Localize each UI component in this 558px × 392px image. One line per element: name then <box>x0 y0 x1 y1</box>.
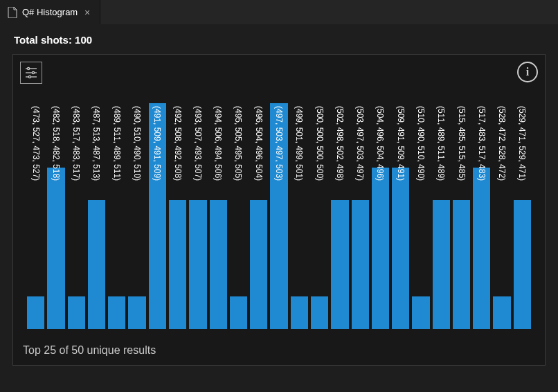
bar-fill <box>412 296 429 329</box>
bar-fill <box>47 168 64 329</box>
histogram-bar[interactable]: (483, 517, 483, 517) <box>68 103 85 329</box>
bar-label: (487, 513, 487, 513) <box>92 106 100 181</box>
histogram-bar[interactable]: (510, 490, 510, 490) <box>412 103 429 329</box>
status-line: Total shots: 100 <box>0 24 558 51</box>
histogram-bar[interactable]: (495, 505, 495, 505) <box>230 103 247 329</box>
bar-label: (473, 527, 473, 527) <box>32 106 40 181</box>
panel-toolbar: i <box>20 62 538 84</box>
histogram-bar[interactable]: (493, 507, 493, 507) <box>189 103 206 329</box>
histogram-bar[interactable]: (473, 527, 473, 527) <box>27 103 44 329</box>
histogram-bar[interactable]: (482, 518, 482, 518) <box>47 103 64 329</box>
bar-fill <box>473 168 490 329</box>
bar-fill <box>453 200 470 329</box>
info-icon: i <box>526 66 529 78</box>
histogram-bar[interactable]: (528, 472, 528, 472) <box>493 103 510 329</box>
histogram-bar[interactable]: (515, 485, 515, 485) <box>453 103 470 329</box>
bar-label: (491, 509, 491, 509) <box>153 106 161 181</box>
svg-point-3 <box>32 71 34 73</box>
status-value: 100 <box>75 34 92 46</box>
tab-title: Q# Histogram <box>22 7 78 17</box>
bar-fill <box>88 200 105 329</box>
bar-label: (517, 483, 517, 483) <box>478 106 486 181</box>
bar-label: (515, 485, 515, 485) <box>458 106 466 181</box>
bar-fill <box>68 296 85 329</box>
svg-point-1 <box>27 67 29 69</box>
bar-label: (490, 510, 490, 510) <box>133 106 141 181</box>
bar-fill <box>189 200 206 329</box>
chart-footer: Top 25 of 50 unique results <box>23 344 156 357</box>
bar-label: (499, 501, 499, 501) <box>295 106 303 181</box>
bar-label: (511, 489, 511, 489) <box>437 106 445 181</box>
close-icon[interactable]: × <box>82 7 93 18</box>
bar-label: (494, 506, 494, 506) <box>214 106 222 181</box>
histogram-bar[interactable]: (494, 506, 494, 506) <box>210 103 227 329</box>
bar-fill <box>331 200 348 329</box>
bar-fill <box>250 200 267 329</box>
bar-label: (503, 497, 503, 497) <box>356 106 364 181</box>
histogram-bar[interactable]: (503, 497, 503, 497) <box>352 103 369 329</box>
bar-fill <box>372 168 389 329</box>
bar-label: (495, 505, 495, 505) <box>234 106 242 181</box>
svg-point-5 <box>28 75 30 78</box>
histogram-bar[interactable]: (504, 496, 504, 496) <box>372 103 389 329</box>
bar-fill <box>514 200 531 329</box>
histogram-bar[interactable]: (487, 513, 487, 513) <box>88 103 105 329</box>
histogram-bar[interactable]: (529, 471, 529, 471) <box>514 103 531 329</box>
histogram-bar[interactable]: (497, 503, 497, 503) <box>270 103 287 329</box>
bar-label: (509, 491, 509, 491) <box>397 106 405 181</box>
histogram-bar[interactable]: (500, 500, 500, 500) <box>311 103 328 329</box>
info-button[interactable]: i <box>517 62 538 82</box>
histogram-chart: (473, 527, 473, 527)(482, 518, 482, 518)… <box>27 103 531 329</box>
bar-label: (483, 517, 483, 517) <box>72 106 80 181</box>
bar-label: (493, 507, 493, 507) <box>194 106 202 181</box>
bar-label: (502, 498, 502, 498) <box>336 106 344 181</box>
histogram-bar[interactable]: (491, 509, 491, 509) <box>149 103 166 329</box>
histogram-bar[interactable]: (489, 511, 489, 511) <box>108 103 125 329</box>
tab-bar: Q# Histogram × <box>0 0 558 24</box>
bar-fill <box>210 200 227 329</box>
histogram-bar[interactable]: (492, 508, 492, 508) <box>169 103 186 329</box>
histogram-bar[interactable]: (511, 489, 511, 489) <box>433 103 450 329</box>
file-icon <box>7 7 18 18</box>
bar-label: (510, 490, 510, 490) <box>417 106 425 181</box>
bar-label: (500, 500, 500, 500) <box>316 106 324 181</box>
histogram-bar[interactable]: (502, 498, 502, 498) <box>331 103 348 329</box>
bar-fill <box>392 168 409 329</box>
histogram-bar[interactable]: (490, 510, 490, 510) <box>128 103 145 329</box>
histogram-bar[interactable]: (496, 504, 496, 504) <box>250 103 267 329</box>
bar-fill <box>352 200 369 329</box>
settings-button[interactable] <box>20 62 42 84</box>
bar-fill <box>230 296 247 329</box>
bar-label: (492, 508, 492, 508) <box>174 106 182 181</box>
bar-fill <box>291 296 308 329</box>
bar-label: (489, 511, 489, 511) <box>113 106 121 181</box>
histogram-panel: i (473, 527, 473, 527)(482, 518, 482, 51… <box>12 54 546 366</box>
bar-label: (496, 504, 496, 504) <box>255 106 263 181</box>
status-label: Total shots: <box>14 34 72 46</box>
bar-fill <box>27 296 44 329</box>
bar-fill <box>433 200 450 329</box>
bar-fill <box>108 296 125 329</box>
bar-fill <box>128 296 145 329</box>
tab-histogram[interactable]: Q# Histogram × <box>0 0 100 24</box>
sliders-icon <box>25 66 37 79</box>
bar-fill <box>311 296 328 329</box>
bar-fill <box>493 296 510 329</box>
histogram-bar[interactable]: (499, 501, 499, 501) <box>291 103 308 329</box>
bar-fill <box>169 200 186 329</box>
histogram-bar[interactable]: (517, 483, 517, 483) <box>473 103 490 329</box>
bar-label: (504, 496, 504, 496) <box>376 106 384 181</box>
bar-label: (528, 472, 528, 472) <box>498 106 506 181</box>
histogram-bar[interactable]: (509, 491, 509, 491) <box>392 103 409 329</box>
bar-label: (482, 518, 482, 518) <box>52 106 60 181</box>
bar-label: (497, 503, 497, 503) <box>275 106 283 181</box>
bar-label: (529, 471, 529, 471) <box>518 106 526 181</box>
